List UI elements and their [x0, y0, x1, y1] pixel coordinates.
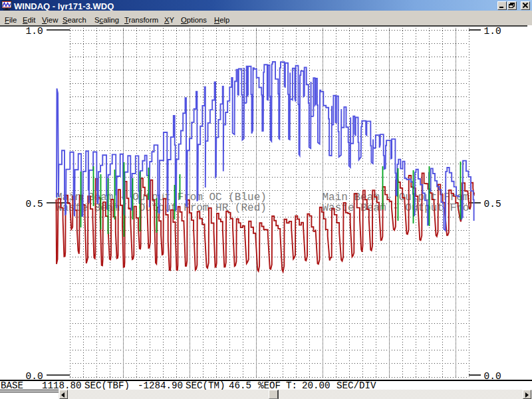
svg-text:0.5: 0.5	[484, 199, 501, 209]
svg-text:1.0: 1.0	[484, 26, 501, 37]
svg-text:1.0: 1.0	[26, 26, 43, 37]
svg-text:0.5: 0.5	[26, 199, 43, 209]
